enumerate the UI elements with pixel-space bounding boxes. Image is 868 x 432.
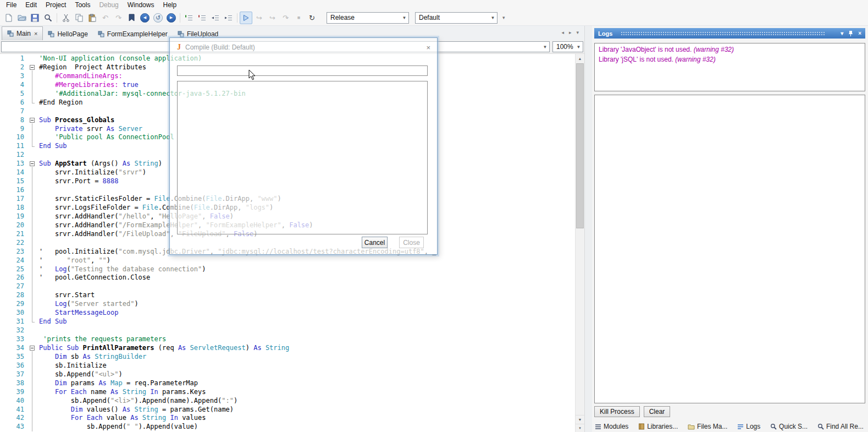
undo-icon[interactable]: ↶ (99, 12, 112, 24)
code-line[interactable]: 38 Dim params As Map = req.ParameterMap (5, 379, 575, 388)
outdent-icon[interactable] (209, 12, 222, 24)
code-line[interactable]: 40 sb.Append("<li>").Append(name).Append… (5, 397, 575, 406)
tool-tab-files-ma[interactable]: Files Ma... (688, 423, 727, 430)
scroll-extra-icon[interactable]: ▾ (576, 424, 584, 432)
stop-icon[interactable]: ■ (292, 12, 305, 24)
build-profile-select[interactable]: Default ▼ (415, 12, 497, 24)
close-button[interactable]: Close (399, 237, 424, 248)
compile-dialog-titlebar[interactable]: J Compile (Build: Default) × (170, 38, 437, 52)
code-line[interactable]: 36 sb.Initialize (5, 362, 575, 370)
code-line[interactable]: 35 Dim sb As StringBuilder (5, 353, 575, 362)
code-line[interactable]: 26' pool.GetConnection.Close (5, 274, 575, 282)
menu-item-windows[interactable]: Windows (123, 1, 159, 9)
fold-gutter (29, 406, 37, 414)
tab-close-icon[interactable]: × (34, 30, 37, 37)
navigate-history-icon[interactable]: ↺ (152, 12, 164, 24)
resume-icon[interactable]: ↷ (279, 12, 292, 24)
line-number: 29 (5, 300, 29, 309)
step-over-icon[interactable]: ↪ (253, 12, 266, 24)
code-line[interactable]: 33 'prints the requests parameters (5, 335, 575, 344)
module-icon (48, 31, 54, 37)
code-line[interactable]: 24' "root", "") (5, 256, 575, 265)
tab-hellopage[interactable]: HelloPage (43, 28, 92, 40)
open-project-icon[interactable] (15, 12, 28, 24)
code-line[interactable]: 39 For Each name As String In params.Key… (5, 388, 575, 397)
panel-close-icon[interactable]: × (858, 30, 861, 36)
step-into-icon[interactable]: ↪ (266, 12, 279, 24)
menu-item-edit[interactable]: Edit (21, 1, 41, 9)
tab-formexamplehelper[interactable]: FormExampleHelper (93, 28, 173, 40)
code-line[interactable]: 28 srvr.Start (5, 291, 575, 300)
redo-icon[interactable]: ↷ (112, 12, 125, 24)
code-line[interactable]: 42 For Each value As String In values (5, 414, 575, 423)
indent-icon[interactable] (222, 12, 235, 24)
tab-main[interactable]: Main× (2, 26, 43, 40)
clear-button[interactable]: Clear (644, 406, 671, 417)
rebuild-icon[interactable]: ↻ (306, 12, 318, 24)
code-line[interactable]: 29 Log("Server started") (5, 300, 575, 309)
panel-menu-icon[interactable]: ▾ (841, 30, 843, 36)
navigate-forward-icon[interactable]: ▶ (165, 12, 178, 24)
cut-icon[interactable] (59, 12, 72, 24)
tool-tab-libraries[interactable]: Libraries... (638, 423, 678, 430)
navigate-back-icon[interactable]: ◀ (139, 12, 151, 24)
scrollbar-thumb[interactable] (576, 63, 584, 228)
mouse-cursor (248, 69, 256, 80)
menu-item-file[interactable]: File (2, 1, 21, 9)
bookmark-icon[interactable] (125, 12, 138, 24)
tool-tab-quick-s[interactable]: Quick S... (770, 423, 808, 430)
code-line[interactable]: 30 StartMessageLoop (5, 309, 575, 318)
fold-gutter[interactable] (29, 160, 37, 168)
run-icon[interactable] (240, 12, 252, 24)
close-icon[interactable]: × (426, 43, 430, 52)
kill-process-button[interactable]: Kill Process (594, 406, 640, 417)
logs-panel-header[interactable]: Logs ▾ × (594, 28, 865, 39)
build-configuration-select[interactable]: Release ▼ (327, 12, 409, 24)
comment-icon[interactable] (183, 12, 195, 24)
code-line[interactable]: 34Public Sub PrintAllParameters (req As … (5, 344, 575, 353)
find-icon[interactable] (42, 12, 54, 24)
tool-tab-label: Logs (746, 423, 760, 430)
tab-scroll-left-icon[interactable]: ◂ (561, 30, 564, 35)
paste-icon[interactable] (86, 12, 98, 24)
tab-list-icon[interactable]: ▾ (576, 30, 579, 35)
tab-scroll-right-icon[interactable]: ▸ (569, 30, 572, 35)
fold-gutter[interactable] (29, 344, 37, 353)
fold-gutter[interactable] (29, 116, 37, 125)
fold-gutter (29, 107, 37, 116)
code-line[interactable]: 41 Dim values() As String = params.Get(n… (5, 406, 575, 414)
new-module-icon[interactable] (2, 12, 15, 24)
code-line[interactable]: 25' Log("Testing the database connection… (5, 265, 575, 274)
code-line[interactable]: 31End Sub (5, 318, 575, 326)
collapse-icon[interactable] (30, 161, 35, 166)
code-line[interactable]: 32 (5, 326, 575, 335)
cancel-button[interactable]: Cancel (362, 237, 388, 248)
menu-bar: FileEditProjectToolsDebugWindowsHelp (0, 0, 868, 10)
copy-icon[interactable] (73, 12, 85, 24)
tool-tab-modules[interactable]: Modules (595, 423, 628, 430)
pin-icon[interactable] (848, 30, 853, 36)
fold-gutter[interactable] (29, 63, 37, 72)
logs-icon (737, 424, 744, 430)
menu-item-help[interactable]: Help (158, 1, 181, 9)
code-line[interactable]: 43 sb.Append(" ").Append(value) (5, 423, 575, 431)
panel-splitter[interactable] (584, 26, 592, 432)
uncomment-icon[interactable] (196, 12, 208, 24)
collapse-icon[interactable] (30, 346, 35, 351)
collapse-icon[interactable] (30, 118, 35, 123)
collapse-icon[interactable] (30, 65, 35, 70)
code-line[interactable]: 27 (5, 282, 575, 291)
toolbar-options-icon[interactable]: ▾ (502, 17, 505, 19)
tool-tab-logs[interactable]: Logs (737, 423, 760, 430)
scroll-up-icon[interactable]: ▲ (576, 54, 584, 63)
menu-item-project[interactable]: Project (41, 1, 70, 9)
compile-log-area (177, 81, 428, 234)
code-line[interactable]: 37 sb.Append("<ul>") (5, 370, 575, 379)
editor-vertical-scrollbar[interactable]: ▲ ▼ ▾ (575, 54, 584, 432)
save-icon[interactable] (29, 12, 41, 24)
menu-item-tools[interactable]: Tools (70, 1, 95, 9)
tool-tab-find-all-re[interactable]: Find All Re... (817, 423, 864, 430)
scroll-down-icon[interactable]: ▼ (576, 415, 584, 424)
menu-item-debug[interactable]: Debug (95, 1, 123, 9)
zoom-select[interactable]: 100% ▼ (552, 41, 583, 52)
